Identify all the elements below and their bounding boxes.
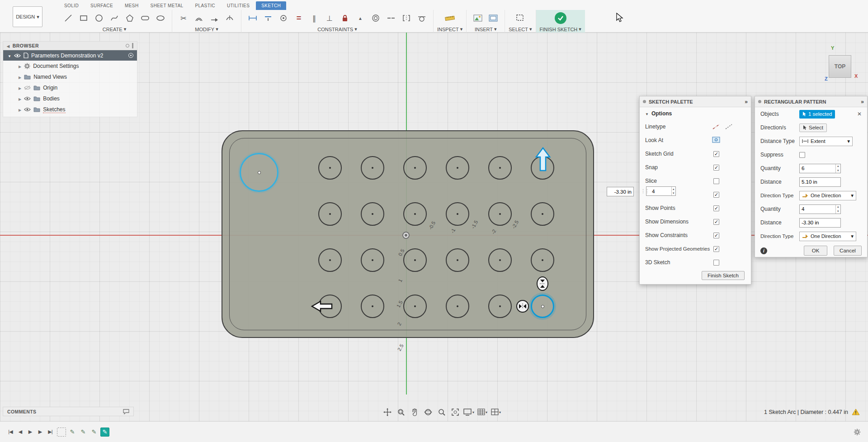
zoom-window-icon[interactable]: [396, 407, 406, 418]
grid-snaps-icon[interactable]: [477, 407, 488, 418]
finish-sketch-icon[interactable]: [553, 11, 568, 25]
visibility-eye-icon[interactable]: [24, 96, 31, 101]
look-at-icon[interactable]: [712, 137, 720, 143]
rectangle-tool-icon[interactable]: [76, 11, 91, 25]
insert-canvas-icon[interactable]: [486, 11, 501, 25]
constraints-menu[interactable]: CONSTRAINTS: [317, 26, 357, 32]
concentric-constraint-icon[interactable]: [368, 11, 383, 25]
tab-mesh[interactable]: MESH: [119, 1, 144, 10]
polygon-tool-icon[interactable]: [122, 11, 137, 25]
options-section-header[interactable]: Options: [640, 107, 751, 120]
expander-icon[interactable]: [19, 63, 21, 69]
popout-icon[interactable]: [861, 99, 864, 105]
offset-tool-icon[interactable]: [191, 11, 207, 25]
design-workspace-dropdown[interactable]: DESIGN: [13, 6, 42, 27]
pattern-circle[interactable]: [403, 156, 427, 180]
tab-sheet-metal[interactable]: SHEET METAL: [145, 1, 189, 10]
select-box-icon[interactable]: [513, 11, 528, 25]
ok-button[interactable]: OK: [804, 246, 827, 256]
flip-direction-horizontal-handle[interactable]: [516, 300, 529, 313]
quantity2-spinner[interactable]: [835, 205, 840, 214]
direction-type1-dropdown[interactable]: One Direction: [799, 191, 856, 200]
browser-item-named-views[interactable]: Named Views: [3, 71, 137, 82]
tab-solid[interactable]: SOLID: [59, 1, 84, 10]
comments-bar[interactable]: COMMENTS: [3, 407, 134, 416]
distance1-value[interactable]: [800, 178, 840, 186]
visibility-eye-icon[interactable]: [24, 107, 31, 112]
select-menu[interactable]: SELECT: [509, 26, 532, 32]
pattern-circle[interactable]: [488, 202, 512, 226]
pattern-circle[interactable]: [318, 156, 342, 180]
timeline-item-sketch-1[interactable]: [68, 428, 77, 437]
activate-component-radio[interactable]: [128, 53, 133, 58]
sketch-dimension-icon[interactable]: [245, 11, 260, 25]
timeline-item-selection[interactable]: [57, 428, 66, 437]
pattern-circle[interactable]: [488, 248, 512, 272]
timeline-item-sketch-3[interactable]: [90, 428, 99, 437]
pan-icon[interactable]: [382, 407, 393, 418]
timeline-item-sketch-2[interactable]: [79, 428, 88, 437]
show-constraints-checkbox[interactable]: [713, 233, 719, 238]
pan-hand-icon[interactable]: [409, 407, 420, 418]
parallel-constraint-icon[interactable]: [307, 11, 322, 25]
line-tool-icon[interactable]: [61, 11, 76, 25]
tab-utilities[interactable]: UTILITIES: [222, 1, 255, 10]
visibility-eye-icon[interactable]: [14, 53, 21, 58]
origin-point[interactable]: [402, 232, 410, 239]
finish-sketch-button[interactable]: Finish Sketch: [702, 271, 745, 280]
slot-tool-icon[interactable]: [137, 11, 153, 25]
timeline-step-forward-button[interactable]: [35, 427, 45, 437]
tab-plastic[interactable]: PLASTIC: [190, 1, 221, 10]
quantity-spinner[interactable]: [671, 187, 675, 195]
measure-tool-icon[interactable]: [442, 11, 458, 25]
popout-icon[interactable]: [745, 99, 748, 105]
pattern-circle[interactable]: [488, 156, 512, 180]
perpendicular-constraint-icon[interactable]: [322, 11, 337, 25]
coincident-constraint-icon[interactable]: [276, 11, 291, 25]
tab-surface[interactable]: SURFACE: [85, 1, 118, 10]
pattern-circle[interactable]: [403, 295, 427, 318]
create-menu[interactable]: CREATE: [103, 26, 126, 32]
distance2-value[interactable]: [800, 219, 840, 227]
pattern-circle[interactable]: [446, 156, 469, 180]
finish-sketch-menu[interactable]: FINISH SKETCH: [540, 26, 581, 32]
slice-checkbox[interactable]: [713, 178, 719, 184]
pattern-circle[interactable]: [446, 295, 469, 318]
snap-checkbox[interactable]: [713, 165, 719, 171]
show-projected-geometries-checkbox[interactable]: [713, 246, 719, 252]
info-icon[interactable]: i: [760, 247, 767, 254]
tangent-constraint-icon[interactable]: [414, 11, 429, 25]
break-tool-icon[interactable]: [222, 11, 237, 25]
timeline-settings-gear-icon[interactable]: [852, 427, 863, 437]
tab-sketch[interactable]: SKETCH: [256, 1, 286, 10]
pattern-circle[interactable]: [531, 202, 554, 226]
expander-icon[interactable]: [8, 52, 11, 59]
expander-icon[interactable]: [19, 74, 21, 80]
collinear-constraint-icon[interactable]: [383, 11, 399, 25]
directions-select-chip[interactable]: Select: [799, 124, 827, 132]
viewcube[interactable]: TOP: [829, 55, 851, 78]
direction-type2-dropdown[interactable]: One Direction: [799, 232, 856, 241]
trim-tool-icon[interactable]: [176, 11, 191, 25]
distance1-input[interactable]: [799, 177, 841, 187]
pattern-circle[interactable]: [361, 295, 384, 318]
pattern-circle[interactable]: [318, 248, 342, 272]
pattern-circle[interactable]: [446, 202, 469, 226]
fit-icon[interactable]: [450, 407, 461, 418]
sketch-grid-checkbox[interactable]: [713, 151, 719, 157]
pattern-circle[interactable]: [531, 248, 554, 272]
timeline-play-button[interactable]: [25, 427, 35, 437]
pattern-quantity-input[interactable]: [646, 186, 676, 196]
display-settings-icon[interactable]: [463, 407, 474, 418]
browser-item-document-settings[interactable]: Document Settings: [3, 61, 137, 71]
cancel-button[interactable]: Cancel: [834, 246, 862, 256]
timeline-item-sketch-active[interactable]: [100, 428, 109, 437]
pattern-circle[interactable]: [361, 202, 384, 226]
spline-tool-icon[interactable]: [107, 11, 122, 25]
browser-root-item[interactable]: Parameters Demonstration v2: [3, 50, 137, 61]
construction-linetype-icon[interactable]: [725, 124, 733, 130]
quantity2-value[interactable]: [800, 205, 835, 214]
zoom-icon[interactable]: [436, 407, 447, 418]
inspect-menu[interactable]: INSPECT: [437, 26, 462, 32]
comment-bubble-icon[interactable]: [123, 409, 129, 414]
